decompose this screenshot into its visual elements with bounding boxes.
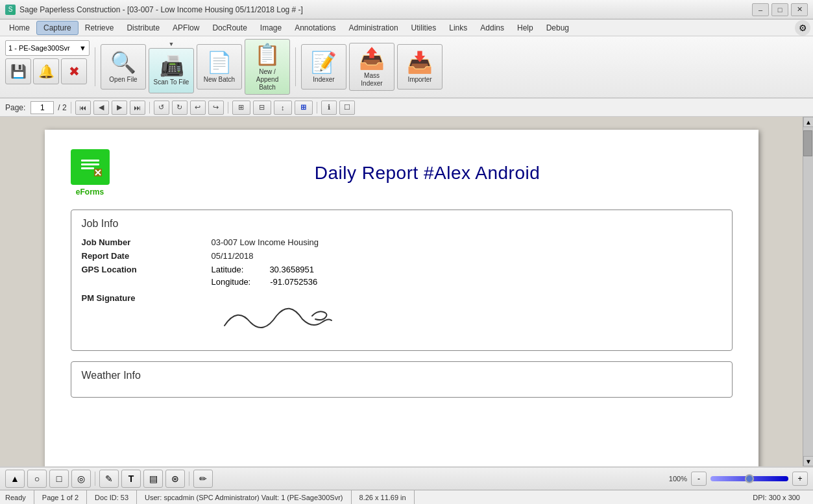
next-page-button[interactable]: ▶ <box>112 101 127 115</box>
dpi-text: DPI: 300 x 300 <box>753 494 800 501</box>
latitude-value: 30.3658951 <box>269 265 314 274</box>
menu-docroute[interactable]: DocRoute <box>206 21 253 34</box>
page-label: Page: <box>5 103 25 112</box>
gps-location-row: GPS Location Latitude: 30.3658951 Longit… <box>82 265 722 287</box>
bt-table-button[interactable]: ▤ <box>143 470 163 488</box>
weather-info-title: Weather Info <box>82 370 722 381</box>
undo-button[interactable]: ↩ <box>190 101 206 115</box>
menu-annotations[interactable]: Annotations <box>288 21 342 34</box>
open-file-label: Open File <box>109 76 137 84</box>
scan-to-file-button[interactable]: 📠 Scan To File <box>149 48 194 93</box>
status-bar: Ready Page 1 of 2 Doc ID: 53 User: spcad… <box>0 490 813 504</box>
close-button[interactable]: ✕ <box>791 3 808 16</box>
new-batch-button[interactable]: 📄 New Batch <box>197 44 242 90</box>
new-append-batch-button[interactable]: 📋 New / Append Batch <box>245 39 290 95</box>
info-button[interactable]: ℹ <box>321 101 337 115</box>
menu-capture[interactable]: Capture <box>36 21 79 35</box>
scroll-down-button[interactable]: ▼ <box>803 456 813 466</box>
menu-retrieve[interactable]: Retrieve <box>79 21 121 34</box>
scroll-thumb[interactable] <box>803 130 812 156</box>
mass-indexer-button[interactable]: 📤 Mass Indexer <box>349 43 394 91</box>
menu-home[interactable]: Home <box>3 21 36 34</box>
bt-rect-button[interactable]: □ <box>49 470 69 488</box>
bt-stamp-button[interactable]: ⊛ <box>165 470 185 488</box>
page-total: / 2 <box>58 103 66 112</box>
page-number-input[interactable] <box>30 101 54 114</box>
latitude-label: Latitude: <box>212 265 244 274</box>
bt-circle-button[interactable]: ◎ <box>71 470 91 488</box>
nav-btn-10[interactable]: ⊟ <box>253 101 271 115</box>
gps-values: Latitude: 30.3658951 Longitude: -91.0752… <box>212 265 318 287</box>
vertical-scrollbar[interactable]: ▲ ▼ <box>803 117 813 466</box>
menu-links[interactable]: Links <box>443 21 474 34</box>
rotate-cw-button[interactable]: ↻ <box>172 101 188 115</box>
mass-indexer-label: Mass Indexer <box>352 72 391 88</box>
bt-text-button[interactable]: T <box>121 470 141 488</box>
menu-apflow[interactable]: APFlow <box>166 21 206 34</box>
bt-edit-button[interactable]: ✏ <box>193 470 213 488</box>
new-append-batch-icon: 📋 <box>254 42 280 67</box>
nav-btn-11[interactable]: ↕ <box>274 101 292 115</box>
job-number-label: Job Number <box>82 237 212 247</box>
indexer-button[interactable]: 📝 Indexer <box>301 44 346 90</box>
longitude-label: Longitude: <box>212 277 251 287</box>
zoom-slider[interactable] <box>710 476 788 481</box>
scan-to-file-icon: 📠 <box>160 54 184 77</box>
title-bar-left: S Sage Paperless Construction - [03-007 … <box>5 5 303 15</box>
document-title: Daily Report #Alex Android <box>123 163 733 184</box>
open-file-icon: 🔍 <box>110 50 136 75</box>
nav-btn-9[interactable]: ⊞ <box>232 101 250 115</box>
new-batch-label: New Batch <box>204 76 235 84</box>
weather-info-section: Weather Info <box>71 361 733 398</box>
importer-icon: 📥 <box>407 50 433 75</box>
menu-administration[interactable]: Administration <box>343 21 405 34</box>
menu-debug[interactable]: Debug <box>540 21 576 34</box>
menu-image[interactable]: Image <box>254 21 288 34</box>
menu-utilities[interactable]: Utilities <box>405 21 443 34</box>
job-number-row: Job Number 03-007 Low Income Housing <box>82 237 722 247</box>
bt-pencil-button[interactable]: ✎ <box>99 470 119 488</box>
importer-button[interactable]: 📥 Importer <box>397 44 443 90</box>
open-file-button[interactable]: 🔍 Open File <box>101 44 146 90</box>
zoom-out-button[interactable]: - <box>691 472 707 486</box>
document-header: eForms Daily Report #Alex Android <box>71 149 733 197</box>
vault-dropdown[interactable]: 1 - PE-Sage300Svr ▼ <box>5 40 90 56</box>
zoom-in-button[interactable]: + <box>792 472 808 486</box>
prev-page-button[interactable]: ◀ <box>93 101 109 115</box>
gps-location-label: GPS Location <box>82 265 212 287</box>
dimensions-text: 8.26 x 11.69 in <box>359 494 406 501</box>
scroll-track[interactable] <box>803 127 813 456</box>
status-ready: Ready <box>5 490 34 504</box>
menu-addins[interactable]: Addins <box>474 21 511 34</box>
redo-button[interactable]: ↪ <box>208 101 224 115</box>
maximize-button[interactable]: □ <box>771 3 788 16</box>
menu-distribute[interactable]: Distribute <box>120 21 166 34</box>
settings-icon[interactable]: ⚙ <box>795 20 810 36</box>
save-button[interactable]: 💾 <box>5 58 31 84</box>
minimize-button[interactable]: – <box>752 3 769 16</box>
bt-separator-2 <box>189 472 189 486</box>
last-page-button[interactable]: ⏭ <box>130 101 145 115</box>
rotate-ccw-button[interactable]: ↺ <box>154 101 169 115</box>
report-date-row: Report Date 05/11/2018 <box>82 251 722 261</box>
cancel-button[interactable]: ✖ <box>61 58 87 84</box>
scan-arrow: ▼ <box>169 41 175 47</box>
scroll-up-button[interactable]: ▲ <box>803 117 813 127</box>
first-page-button[interactable]: ⏮ <box>75 101 91 115</box>
nav-btn-12[interactable]: ⊞ <box>295 101 313 115</box>
bt-ellipse-button[interactable]: ○ <box>27 470 47 488</box>
zoom-thumb[interactable] <box>745 474 754 483</box>
status-dpi: DPI: 300 x 300 <box>745 490 808 504</box>
ready-text: Ready <box>5 494 26 501</box>
nav-btn-14[interactable]: ☐ <box>339 101 355 115</box>
title-bar: S Sage Paperless Construction - [03-007 … <box>0 0 813 19</box>
eforms-logo: eForms <box>71 149 110 197</box>
pm-signature-row: PM Signature <box>82 293 722 339</box>
nav-separator-1 <box>71 102 71 114</box>
menu-help[interactable]: Help <box>511 21 540 34</box>
toolbar: 1 - PE-Sage300Svr ▼ 💾 🔔 ✖ 🔍 Open File ▼ … <box>0 36 813 99</box>
signature-image <box>212 293 341 339</box>
bt-arrow-button[interactable]: ▲ <box>5 470 25 488</box>
pm-signature-label: PM Signature <box>82 293 212 339</box>
bell-button[interactable]: 🔔 <box>33 58 59 84</box>
